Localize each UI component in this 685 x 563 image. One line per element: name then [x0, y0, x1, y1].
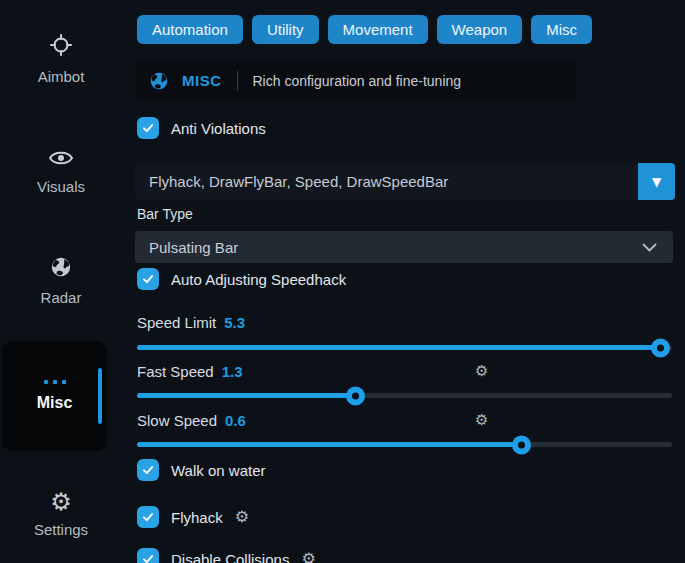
check-icon — [141, 272, 155, 286]
sidebar-item-label: Misc — [37, 394, 73, 412]
divider — [237, 71, 238, 91]
check-icon — [141, 121, 155, 135]
sidebar-item-misc-selected[interactable]: Misc — [2, 341, 107, 451]
sidebar-item-label: Settings — [34, 521, 88, 538]
chevron-down-icon — [642, 243, 657, 252]
auto-adjusting-row: Auto Adjusting Speedhack — [137, 268, 346, 290]
anti-violations-checkbox[interactable] — [137, 117, 159, 139]
tab-automation[interactable]: Automation — [137, 15, 243, 44]
slider-fill — [137, 345, 661, 350]
check-icon — [141, 463, 155, 477]
speed-limit-value: 5.3 — [224, 314, 245, 331]
flyhack-checkbox[interactable] — [137, 506, 159, 528]
walk-on-water-row: Walk on water — [137, 459, 265, 481]
multiselect-dropdown-button[interactable]: ▼ — [638, 163, 675, 200]
flyhack-label: Flyhack — [171, 509, 223, 526]
sidebar-item-visuals[interactable]: Visuals — [6, 149, 116, 195]
sidebar-item-radar[interactable]: Radar — [6, 256, 116, 306]
fast-speed-value: 1.3 — [222, 363, 243, 380]
sidebar-item-label: Aimbot — [38, 68, 85, 85]
speed-limit-label: Speed Limit — [137, 314, 216, 331]
gear-icon[interactable]: ⚙ — [235, 509, 249, 525]
disable-collisions-label: Disable Collisions — [171, 551, 289, 563]
walk-on-water-checkbox[interactable] — [137, 459, 159, 481]
active-indicator-bar — [98, 368, 102, 424]
flyhack-row: Flyhack ⚙ — [137, 506, 249, 528]
gear-icon[interactable]: ⚙ — [475, 364, 488, 379]
check-icon — [141, 552, 155, 563]
gear-icon[interactable]: ⚙ — [475, 413, 488, 428]
walk-on-water-label: Walk on water — [171, 462, 265, 479]
crosshair-icon — [49, 33, 73, 61]
gear-icon[interactable]: ⚙ — [301, 551, 315, 563]
triangle-down-icon: ▼ — [652, 175, 661, 189]
slow-speed-slider-handle[interactable] — [512, 435, 531, 454]
sidebar-item-label: Radar — [41, 289, 82, 306]
fast-speed-label: Fast Speed — [137, 363, 214, 380]
fast-speed-slider-handle[interactable] — [346, 386, 365, 405]
slow-speed-value: 0.6 — [225, 412, 246, 429]
speed-limit-slider[interactable] — [137, 345, 672, 350]
gear-icon: ⚙ — [50, 490, 72, 514]
eye-icon — [48, 149, 74, 171]
fast-speed-slider[interactable] — [137, 393, 672, 398]
auto-adjusting-label: Auto Adjusting Speedhack — [171, 271, 346, 288]
auto-adjusting-checkbox[interactable] — [137, 268, 159, 290]
sidebar: Aimbot Visuals Radar Misc ⚙ Settings — [0, 0, 122, 563]
slow-speed-label: Slow Speed — [137, 412, 217, 429]
category-title: MISC — [182, 72, 222, 89]
anti-violations-row: Anti Violations — [137, 117, 266, 139]
globe-icon — [50, 256, 72, 282]
tab-misc[interactable]: Misc — [531, 15, 592, 44]
slow-speed-label-row: Slow Speed 0.6 ⚙ — [137, 411, 673, 429]
disable-collisions-row: Disable Collisions ⚙ — [137, 548, 316, 563]
disable-collisions-checkbox[interactable] — [137, 548, 159, 563]
check-icon — [141, 510, 155, 524]
sidebar-item-label: Visuals — [37, 178, 85, 195]
category-tabs: Automation Utility Movement Weapon Misc — [137, 15, 592, 44]
slider-fill — [137, 442, 522, 447]
category-header: MISC Rich configuration and fine-tuning — [135, 62, 575, 99]
anti-violations-label: Anti Violations — [171, 120, 266, 137]
tab-movement[interactable]: Movement — [328, 15, 428, 44]
slider-fill — [137, 393, 356, 398]
bar-multiselect[interactable]: Flyhack, DrawFlyBar, Speed, DrawSpeedBar… — [135, 163, 675, 200]
category-description: Rich configuration and fine-tuning — [253, 73, 462, 89]
speed-limit-slider-handle[interactable] — [651, 338, 670, 357]
sidebar-item-settings[interactable]: ⚙ Settings — [6, 490, 116, 538]
bar-type-label: Bar Type — [137, 206, 193, 222]
sidebar-item-aimbot[interactable]: Aimbot — [6, 33, 116, 85]
main-content: Automation Utility Movement Weapon Misc … — [135, 0, 675, 563]
bar-type-select[interactable]: Pulsating Bar — [135, 231, 673, 263]
ellipsis-icon — [44, 380, 66, 384]
speed-limit-label-row: Speed Limit 5.3 — [137, 313, 673, 331]
fast-speed-label-row: Fast Speed 1.3 ⚙ — [137, 362, 673, 380]
tab-weapon[interactable]: Weapon — [437, 15, 523, 44]
slow-speed-slider[interactable] — [137, 442, 672, 447]
tab-utility[interactable]: Utility — [252, 15, 319, 44]
bar-type-value: Pulsating Bar — [149, 239, 238, 256]
bar-multiselect-value: Flyhack, DrawFlyBar, Speed, DrawSpeedBar — [135, 173, 638, 190]
globe-icon — [149, 71, 169, 91]
